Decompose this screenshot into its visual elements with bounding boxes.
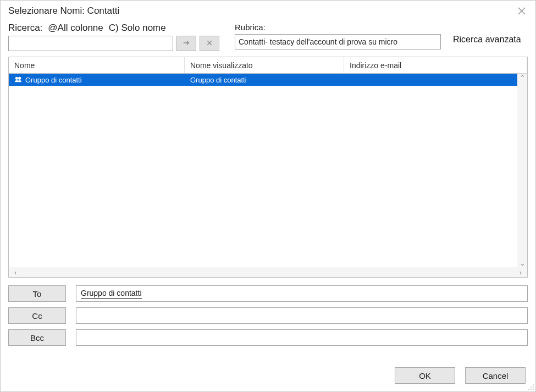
address-book-select[interactable]	[235, 34, 441, 49]
column-header-display-name[interactable]: Nome visualizzato	[185, 57, 344, 73]
search-mode-labels: Ricerca: @All colonne C) Solo nome	[8, 23, 219, 34]
search-row: Ricerca: @All colonne C) Solo nome	[1, 23, 535, 54]
column-header-name[interactable]: Nome	[9, 57, 185, 73]
search-controls	[8, 36, 219, 51]
contacts-list: Nome Nome visualizzato Indirizzo e-mail …	[8, 57, 528, 278]
list-body[interactable]: Gruppo di contatti Gruppo di contatti	[9, 74, 527, 267]
vertical-scrollbar[interactable]: ⌃ ⌄	[517, 74, 527, 267]
search-block: Ricerca: @All colonne C) Solo nome	[8, 23, 219, 51]
x-icon	[206, 40, 213, 48]
search-input[interactable]	[8, 36, 173, 51]
svg-point-2	[533, 384, 534, 385]
bcc-button[interactable]: Bcc	[8, 329, 66, 346]
column-headers: Nome Nome visualizzato Indirizzo e-mail	[9, 57, 527, 74]
bcc-field[interactable]	[76, 329, 528, 346]
contact-group-icon	[14, 75, 22, 85]
recipient-fields: To Gruppo di contatti Cc Bcc	[8, 285, 528, 346]
search-option-name-only[interactable]: C) Solo nome	[109, 23, 166, 34]
select-names-dialog: Selezionare Nomi: Contatti Ricerca: @All…	[0, 0, 536, 392]
resize-grip-icon[interactable]	[528, 384, 534, 390]
go-button[interactable]	[176, 36, 196, 51]
svg-point-5	[533, 389, 534, 390]
svg-point-0	[15, 76, 18, 79]
dialog-title: Selezionare Nomi: Contatti	[8, 5, 119, 16]
cell-name: Gruppo di contatti	[25, 76, 82, 84]
advanced-search-link[interactable]: Ricerca avanzata	[453, 35, 521, 45]
cc-row: Cc	[8, 307, 528, 324]
svg-point-1	[18, 76, 21, 79]
chevron-left-icon: ‹	[14, 268, 16, 277]
chevron-down-icon: ⌄	[520, 259, 526, 267]
cell-display-name: Gruppo di contatti	[185, 76, 344, 84]
to-row: To Gruppo di contatti	[8, 285, 528, 302]
arrow-right-icon	[183, 39, 190, 48]
svg-point-6	[531, 389, 532, 390]
list-row[interactable]: Gruppo di contatti Gruppo di contatti	[9, 74, 527, 86]
cc-field[interactable]	[76, 307, 528, 324]
ok-button[interactable]: OK	[395, 367, 455, 384]
to-button[interactable]: To	[8, 285, 66, 302]
horizontal-scrollbar[interactable]: ‹ ›	[9, 267, 527, 277]
dialog-footer: OK Cancel	[1, 358, 535, 391]
search-label: Ricerca:	[8, 23, 42, 34]
column-header-email[interactable]: Indirizzo e-mail	[344, 57, 527, 73]
title-bar: Selezionare Nomi: Contatti	[1, 1, 535, 23]
address-book-block: Rubrica:	[235, 23, 441, 49]
to-field[interactable]: Gruppo di contatti	[76, 285, 528, 302]
close-button[interactable]	[516, 5, 528, 17]
to-value: Gruppo di contatti	[81, 289, 142, 299]
chevron-right-icon: ›	[520, 268, 522, 277]
svg-point-4	[531, 387, 532, 388]
svg-point-7	[528, 389, 529, 390]
cancel-button[interactable]: Cancel	[465, 367, 526, 384]
bcc-row: Bcc	[8, 329, 528, 346]
cc-button[interactable]: Cc	[8, 307, 66, 324]
clear-search-button[interactable]	[200, 36, 219, 51]
search-option-all-columns[interactable]: @All colonne	[48, 23, 103, 34]
svg-point-3	[533, 387, 534, 388]
chevron-up-icon: ⌃	[520, 74, 526, 82]
address-book-label: Rubrica:	[235, 23, 441, 32]
